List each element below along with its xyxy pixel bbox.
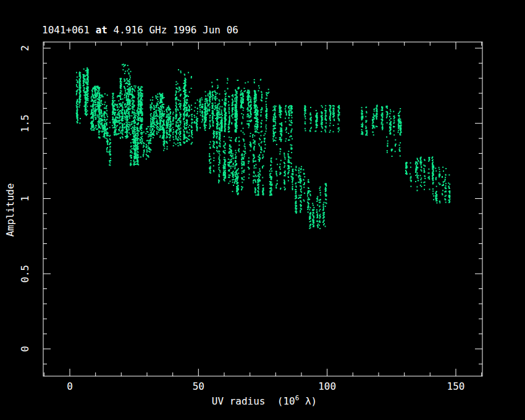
- plot-frame: [43, 42, 482, 376]
- xlabel-base: UV radius (10: [212, 395, 295, 407]
- visibility-data-points: [76, 64, 451, 229]
- x-tick-label: 150: [447, 380, 465, 392]
- scatter-points: [76, 64, 451, 229]
- y-tick-label: 1: [19, 196, 31, 202]
- pgplot-window: 050100150 00.511.52 1041+061 at 4.916 GH…: [0, 0, 525, 420]
- x-tick-label: 0: [67, 380, 73, 392]
- title-suffix: 4.916 GHz 1996 Jun 06: [107, 24, 238, 36]
- uv-amplitude-plot: 050100150 00.511.52 1041+061 at 4.916 GH…: [0, 0, 525, 420]
- y-tick-label: 2: [19, 45, 31, 51]
- y-tick-label: 1.5: [19, 114, 31, 132]
- y-tick-labels: 00.511.52: [19, 45, 31, 352]
- y-axis-title: Amplitude: [4, 183, 16, 237]
- y-tick-label: 0.5: [19, 265, 31, 283]
- plot-title: 1041+061 at 4.916 GHz 1996 Jun 06: [42, 24, 238, 36]
- xlabel-superscript: 6: [295, 394, 300, 402]
- x-tick-label: 50: [193, 380, 204, 392]
- title-bold: at: [96, 24, 107, 36]
- y-tick-label: 0: [19, 346, 31, 352]
- x-tick-labels: 050100150: [67, 380, 464, 392]
- x-axis-title: UV radius (106 λ): [212, 394, 317, 407]
- title-prefix: 1041+061: [42, 24, 96, 36]
- xlabel-post: λ): [299, 395, 317, 407]
- tick-marks: [43, 42, 482, 376]
- plot-frame-box: [43, 42, 482, 376]
- x-tick-label: 100: [318, 380, 336, 392]
- axis-ticks: [43, 42, 482, 376]
